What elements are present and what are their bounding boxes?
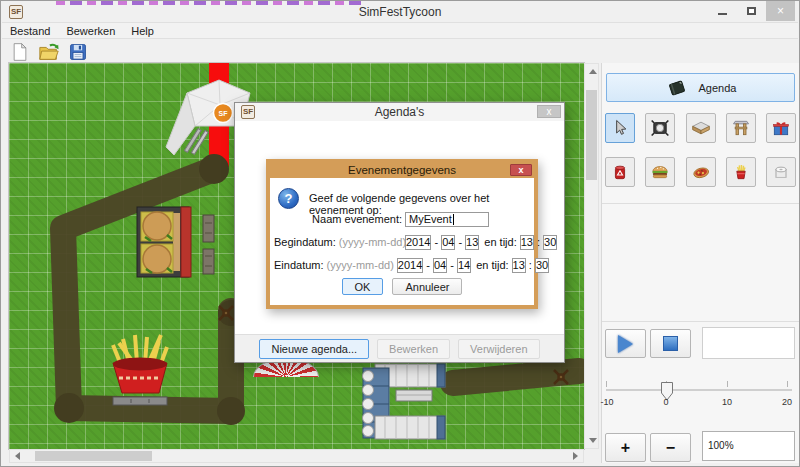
crate-stage[interactable] [363, 364, 446, 439]
tool-button-gift[interactable] [766, 113, 796, 143]
minimize-button[interactable] [708, 1, 737, 21]
save-icon [68, 41, 88, 63]
scroll-left-icon[interactable] [15, 452, 20, 460]
slider-label-ten: 10 [712, 397, 742, 407]
slider-tick [606, 381, 607, 387]
fries-icon [731, 162, 751, 182]
delete-agenda-button[interactable]: Verwijderen [458, 339, 539, 359]
new-file-icon [10, 41, 30, 63]
menu-bewerken[interactable]: Bewerken [58, 24, 123, 38]
end-month-input[interactable]: 04 [433, 258, 447, 273]
date-separator: - [458, 236, 462, 248]
play-button[interactable] [605, 329, 646, 358]
burger-stand[interactable] [137, 207, 214, 277]
tool-button-stage[interactable] [686, 113, 716, 143]
begin-hour-input[interactable]: 13 [520, 235, 534, 250]
zoom-out-button[interactable]: − [650, 433, 691, 462]
slider-tick [727, 381, 728, 387]
ok-button[interactable]: OK [342, 278, 384, 295]
sidebar-divider [602, 321, 799, 322]
svg-text:SF: SF [219, 110, 229, 117]
zoom-level-box: 100% [702, 431, 795, 461]
vertical-scroll-thumb[interactable] [586, 90, 597, 180]
vertical-scrollbar[interactable] [584, 63, 599, 449]
spotlight-icon [650, 118, 670, 138]
cursor-icon [610, 118, 630, 138]
agendas-dialog-titlebar[interactable]: SF Agenda's x [235, 103, 564, 121]
gift-icon [771, 118, 791, 138]
event-dialog-title: Evenementgegevens [270, 164, 534, 176]
begin-month-input[interactable]: 04 [441, 235, 455, 250]
slider-label-min: -10 [592, 397, 622, 407]
speed-slider[interactable]: -10 0 10 20 [602, 375, 800, 421]
tool-button-spotlight[interactable] [645, 113, 675, 143]
stop-icon [663, 336, 678, 351]
open-file-button[interactable] [38, 41, 60, 62]
date-separator: - [426, 259, 430, 271]
sidebar: Agenda [601, 63, 799, 463]
maximize-button[interactable] [737, 1, 766, 21]
tool-button-hamburger[interactable] [645, 157, 675, 187]
maximize-icon [747, 7, 756, 15]
zoom-in-button[interactable]: + [605, 433, 646, 462]
end-time-label: en tijd: [476, 259, 508, 271]
stage-icon [691, 118, 711, 138]
begin-date-label: Begindatum: (yyyy-mm-dd) [274, 236, 402, 248]
horizontal-scroll-thumb[interactable] [35, 451, 152, 461]
slider-track[interactable] [606, 389, 792, 391]
date-separator: - [434, 236, 438, 248]
menu-help[interactable]: Help [123, 24, 162, 38]
sidebar-divider [602, 203, 799, 204]
agendas-close-button[interactable]: x [537, 105, 561, 118]
event-dialog-titlebar[interactable]: Evenementgegevens x [270, 163, 534, 178]
notebook-icon [665, 77, 689, 99]
begin-year-input[interactable]: 2014 [405, 235, 431, 250]
toilet-roll-icon [771, 162, 791, 182]
slider-label-max: 20 [772, 397, 800, 407]
simulation-status-box [702, 327, 795, 359]
event-name-input[interactable]: MyEvent [405, 212, 489, 227]
event-data-dialog: Evenementgegevens x ? Geef de volgende g… [266, 159, 538, 309]
begin-time-label: en tijd: [484, 236, 516, 248]
edit-agenda-button[interactable]: Bewerken [377, 339, 450, 359]
end-minute-input[interactable]: 30 [535, 258, 549, 273]
name-label: Naam evenement: [274, 213, 402, 225]
title-bar[interactable]: SF SimFestTycoon × [1, 1, 799, 22]
menu-bestand[interactable]: Bestand [2, 24, 58, 38]
save-file-button[interactable] [67, 41, 89, 62]
scroll-down-icon[interactable] [589, 438, 597, 443]
tool-button-pizza[interactable] [686, 157, 716, 187]
event-close-button[interactable]: x [510, 164, 532, 176]
tool-button-fries[interactable] [726, 157, 756, 187]
open-file-icon [38, 41, 60, 63]
date-separator: - [450, 259, 454, 271]
scroll-up-icon[interactable] [589, 69, 597, 74]
close-button[interactable]: × [766, 1, 795, 21]
scroll-right-icon[interactable] [573, 452, 578, 460]
new-agenda-button[interactable]: Nieuwe agenda... [259, 339, 369, 359]
begin-minute-input[interactable]: 30 [543, 235, 557, 250]
agenda-button[interactable]: Agenda [606, 73, 795, 102]
close-icon: × [777, 5, 784, 17]
end-day-input[interactable]: 14 [457, 258, 471, 273]
pizza-icon [691, 162, 711, 182]
fries-stand[interactable] [113, 335, 167, 405]
agendas-dialog-footer: Nieuwe agenda... Bewerken Verwijderen [235, 334, 564, 362]
horizontal-scrollbar[interactable] [9, 449, 584, 463]
window-title: SimFestTycoon [1, 5, 799, 19]
end-hour-input[interactable]: 13 [512, 258, 526, 273]
end-year-input[interactable]: 2014 [397, 258, 423, 273]
begin-day-input[interactable]: 13 [465, 235, 479, 250]
gate-icon [731, 118, 751, 138]
tool-button-trashcan[interactable] [605, 157, 635, 187]
slider-tick [787, 381, 788, 387]
cancel-button[interactable]: Annuleer [392, 278, 462, 295]
text-caret [453, 214, 454, 225]
stop-button[interactable] [650, 329, 691, 358]
tool-button-toilet-roll[interactable] [766, 157, 796, 187]
tool-button-cursor[interactable] [605, 113, 635, 143]
new-file-button[interactable] [9, 41, 31, 62]
plus-icon: + [621, 439, 630, 457]
app-window: SF SimFestTycoon × Bestand Bewerken Help [0, 0, 800, 467]
tool-button-gate[interactable] [726, 113, 756, 143]
